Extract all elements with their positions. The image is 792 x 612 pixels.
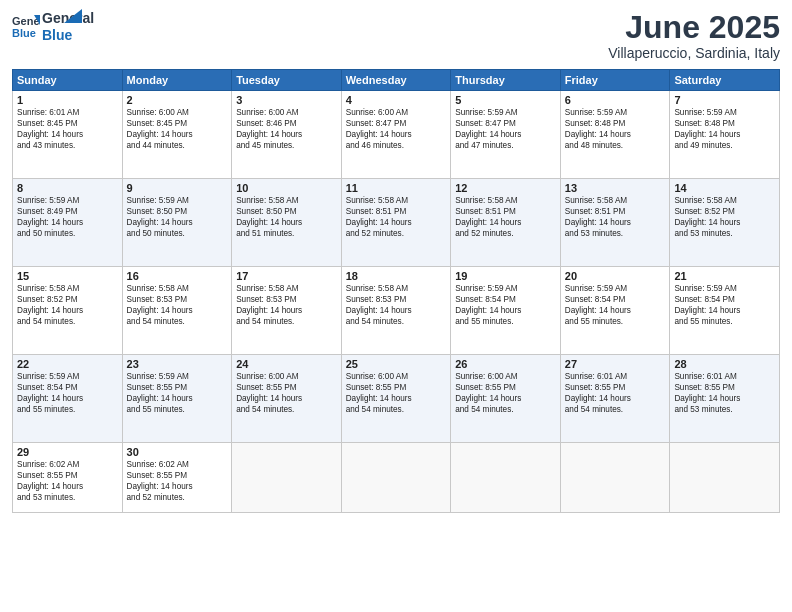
col-tuesday: Tuesday — [232, 70, 342, 91]
col-friday: Friday — [560, 70, 670, 91]
table-row: 19Sunrise: 5:59 AM Sunset: 8:54 PM Dayli… — [451, 267, 561, 355]
svg-text:Blue: Blue — [12, 27, 36, 39]
title-block: June 2025 Villaperuccio, Sardinia, Italy — [608, 10, 780, 61]
calendar-table: Sunday Monday Tuesday Wednesday Thursday… — [12, 69, 780, 513]
table-row — [670, 443, 780, 513]
table-row: 9Sunrise: 5:59 AM Sunset: 8:50 PM Daylig… — [122, 179, 232, 267]
table-row: 18Sunrise: 5:58 AM Sunset: 8:53 PM Dayli… — [341, 267, 451, 355]
svg-marker-3 — [64, 9, 82, 23]
header: General Blue General Blue June 2025 Vill… — [12, 10, 780, 61]
table-row: 8Sunrise: 5:59 AM Sunset: 8:49 PM Daylig… — [13, 179, 123, 267]
table-row: 13Sunrise: 5:58 AM Sunset: 8:51 PM Dayli… — [560, 179, 670, 267]
table-row: 24Sunrise: 6:00 AM Sunset: 8:55 PM Dayli… — [232, 355, 342, 443]
table-row: 10Sunrise: 5:58 AM Sunset: 8:50 PM Dayli… — [232, 179, 342, 267]
location-subtitle: Villaperuccio, Sardinia, Italy — [608, 45, 780, 61]
table-row: 7Sunrise: 5:59 AM Sunset: 8:48 PM Daylig… — [670, 91, 780, 179]
table-row: 20Sunrise: 5:59 AM Sunset: 8:54 PM Dayli… — [560, 267, 670, 355]
table-row — [232, 443, 342, 513]
table-row: 2Sunrise: 6:00 AM Sunset: 8:45 PM Daylig… — [122, 91, 232, 179]
table-row: 17Sunrise: 5:58 AM Sunset: 8:53 PM Dayli… — [232, 267, 342, 355]
table-row: 14Sunrise: 5:58 AM Sunset: 8:52 PM Dayli… — [670, 179, 780, 267]
table-row: 27Sunrise: 6:01 AM Sunset: 8:55 PM Dayli… — [560, 355, 670, 443]
page: General Blue General Blue June 2025 Vill… — [0, 0, 792, 612]
table-row: 22Sunrise: 5:59 AM Sunset: 8:54 PM Dayli… — [13, 355, 123, 443]
table-row: 15Sunrise: 5:58 AM Sunset: 8:52 PM Dayli… — [13, 267, 123, 355]
table-row: 11Sunrise: 5:58 AM Sunset: 8:51 PM Dayli… — [341, 179, 451, 267]
table-row — [560, 443, 670, 513]
col-saturday: Saturday — [670, 70, 780, 91]
table-row: 23Sunrise: 5:59 AM Sunset: 8:55 PM Dayli… — [122, 355, 232, 443]
table-row: 4Sunrise: 6:00 AM Sunset: 8:47 PM Daylig… — [341, 91, 451, 179]
table-row: 16Sunrise: 5:58 AM Sunset: 8:53 PM Dayli… — [122, 267, 232, 355]
col-thursday: Thursday — [451, 70, 561, 91]
table-row: 3Sunrise: 6:00 AM Sunset: 8:46 PM Daylig… — [232, 91, 342, 179]
table-row: 5Sunrise: 5:59 AM Sunset: 8:47 PM Daylig… — [451, 91, 561, 179]
table-row — [341, 443, 451, 513]
table-row: 21Sunrise: 5:59 AM Sunset: 8:54 PM Dayli… — [670, 267, 780, 355]
col-monday: Monday — [122, 70, 232, 91]
table-row: 25Sunrise: 6:00 AM Sunset: 8:55 PM Dayli… — [341, 355, 451, 443]
table-row: 12Sunrise: 5:58 AM Sunset: 8:51 PM Dayli… — [451, 179, 561, 267]
table-row — [451, 443, 561, 513]
table-row: 1Sunrise: 6:01 AM Sunset: 8:45 PM Daylig… — [13, 91, 123, 179]
table-row: 30Sunrise: 6:02 AM Sunset: 8:55 PM Dayli… — [122, 443, 232, 513]
logo-icon: General Blue — [12, 11, 40, 39]
table-row: 29Sunrise: 6:02 AM Sunset: 8:55 PM Dayli… — [13, 443, 123, 513]
col-wednesday: Wednesday — [341, 70, 451, 91]
table-row: 28Sunrise: 6:01 AM Sunset: 8:55 PM Dayli… — [670, 355, 780, 443]
col-sunday: Sunday — [13, 70, 123, 91]
table-row: 26Sunrise: 6:00 AM Sunset: 8:55 PM Dayli… — [451, 355, 561, 443]
logo: General Blue General Blue — [12, 10, 82, 44]
logo-arrow-icon — [64, 9, 82, 23]
table-row: 6Sunrise: 5:59 AM Sunset: 8:48 PM Daylig… — [560, 91, 670, 179]
month-title: June 2025 — [608, 10, 780, 45]
logo-blue: Blue — [42, 27, 94, 44]
calendar-header-row: Sunday Monday Tuesday Wednesday Thursday… — [13, 70, 780, 91]
